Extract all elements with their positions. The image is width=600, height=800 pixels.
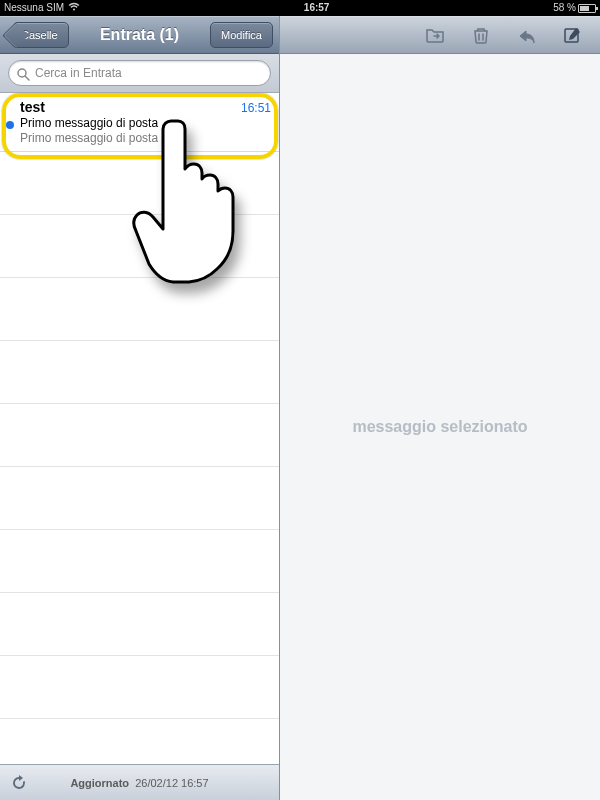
back-button-label: Caselle [21,29,58,41]
search-input[interactable] [35,66,262,80]
battery-icon [578,4,596,13]
trash-icon [464,22,498,48]
mail-sender: test [20,99,45,115]
list-item [0,215,279,278]
content-toolbar [280,16,600,54]
svg-line-1 [25,76,29,80]
sidebar-footer: Aggiornato 26/02/12 16:57 [0,764,279,800]
footer-status-value: 26/02/12 16:57 [135,777,208,789]
edit-button-label: Modifica [221,29,262,41]
list-item [0,530,279,593]
carrier-label: Nessuna SIM [4,0,64,16]
sidebar-navbar: Caselle Entrata (1) Modifica [0,16,279,54]
search-field[interactable] [8,60,271,86]
back-button[interactable]: Caselle [14,22,69,48]
mail-time: 16:51 [241,101,271,115]
reply-icon [510,22,544,48]
compose-icon[interactable] [556,22,590,48]
mail-subject: Primo messaggio di posta [20,116,271,130]
wifi-icon [68,0,80,16]
content-pane: messaggio selezionato [280,16,600,800]
search-bar [0,54,279,93]
list-item [0,278,279,341]
search-icon [17,67,30,80]
refresh-icon[interactable] [10,774,28,792]
battery-percent: 58 % [553,0,576,16]
footer-status-label: Aggiornato [70,777,129,789]
mail-row[interactable]: test 16:51 Primo messaggio di posta Prim… [0,93,279,152]
list-item [0,404,279,467]
list-item [0,467,279,530]
mailbox-sidebar: Caselle Entrata (1) Modifica [0,16,280,800]
status-time: 16:57 [80,0,553,16]
list-item [0,593,279,656]
empty-message-label: messaggio selezionato [352,418,527,436]
edit-button[interactable]: Modifica [210,22,273,48]
list-item [0,152,279,215]
mail-preview: Primo messaggio di posta [20,131,271,145]
folder-move-icon [418,22,452,48]
content-empty-state: messaggio selezionato [280,54,600,800]
list-item [0,341,279,404]
list-item [0,656,279,719]
status-bar: Nessuna SIM 16:57 58 % [0,0,600,16]
mail-list[interactable]: test 16:51 Primo messaggio di posta Prim… [0,93,279,764]
unread-dot-icon [6,121,14,129]
